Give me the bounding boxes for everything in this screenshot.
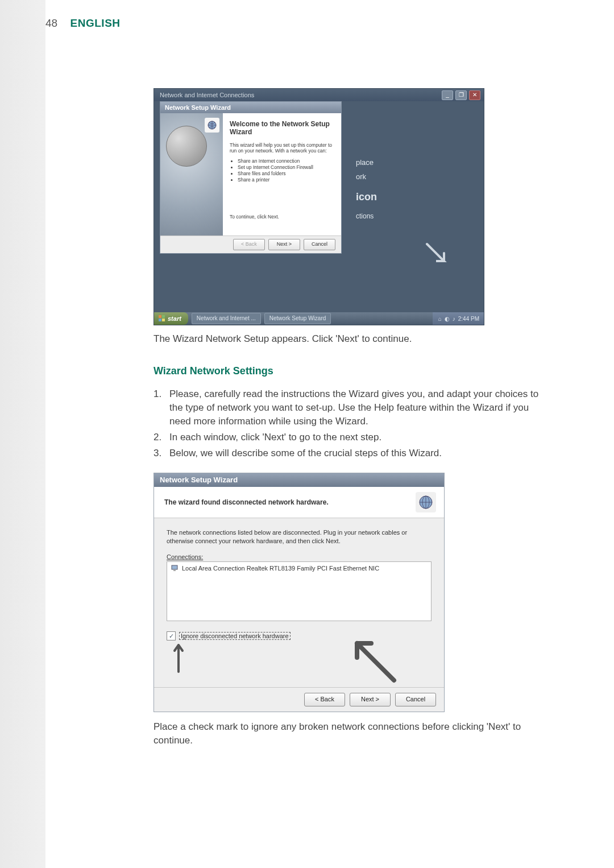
page-number: 48 (45, 17, 57, 30)
tray-icon: ◐ (445, 316, 450, 322)
list-item: 3. Below, we will describe some of the c… (154, 447, 551, 460)
ignore-checkbox-label: Ignore disconnected network hardware (179, 632, 291, 640)
caption-2: Place a check mark to ignore any broken … (154, 720, 551, 747)
list-text: Please, carefully read the instructions … (169, 387, 551, 428)
section-heading: Wizard Network Settings (154, 365, 551, 377)
wizard-bullet: Set up Internet Connection Firewall (238, 164, 334, 170)
caption-1: The Wizard Network Setup appears. Click … (154, 332, 551, 346)
list-number: 1. (154, 387, 169, 428)
taskbar-item[interactable]: Network and Internet ... (192, 313, 261, 324)
connection-text: Local Area Connection Realtek RTL8139 Fa… (182, 565, 379, 572)
list-number: 2. (154, 431, 169, 444)
cancel-button[interactable]: Cancel (304, 239, 335, 250)
connection-item[interactable]: Local Area Connection Realtek RTL8139 Fa… (171, 564, 428, 572)
svg-rect-3 (159, 319, 161, 321)
wizard2-heading: The wizard found disconnected network ha… (164, 498, 329, 506)
ignore-checkbox[interactable] (167, 631, 176, 640)
tray-icon: ⌂ (438, 316, 442, 322)
bg-label-icon: icon (356, 191, 484, 203)
wizard-bullet: Share an Internet connection (238, 158, 334, 164)
wizard-bullet: Share files and folders (238, 171, 334, 176)
taskbar-item[interactable]: Network Setup Wizard (264, 313, 331, 324)
connections-label: Connections: (167, 553, 432, 560)
svg-rect-1 (159, 315, 161, 318)
wizard-text-area: Welcome to the Network Setup Wizard This… (223, 113, 341, 235)
wizard2-titlebar: Network Setup Wizard (154, 473, 444, 487)
minimize-button[interactable]: _ (442, 90, 453, 100)
connections-listbox[interactable]: Local Area Connection Realtek RTL8139 Fa… (167, 561, 432, 621)
page: 48 ENGLISH Network and Internet Connecti… (0, 0, 614, 868)
start-label: start (168, 315, 181, 322)
list-item: 2. In each window, click 'Next' to go to… (154, 431, 551, 444)
wizard2-button-row: < Back Next > Cancel (154, 687, 444, 712)
wizard2-body: The network connections listed below are… (154, 518, 444, 687)
wizard-welcome-title: Welcome to the Network Setup Wizard (230, 120, 334, 137)
system-tray: ⌂ ◐ ♪ 2:44 PM (433, 312, 484, 325)
svg-rect-8 (173, 569, 176, 571)
list-number: 3. (154, 447, 169, 460)
wizard-body: Welcome to the Network Setup Wizard This… (160, 113, 341, 235)
back-button[interactable]: < Back (304, 693, 345, 706)
start-button[interactable]: start (154, 312, 188, 325)
annotation-arrows (167, 640, 432, 680)
bg-label-1: place (356, 158, 484, 167)
back-button[interactable]: < Back (233, 239, 265, 250)
content: Network and Internet Connections _ ❐ ✕ p… (154, 88, 551, 747)
arrow-icon (421, 238, 455, 272)
list-text: Below, we will describe some of the cruc… (169, 447, 442, 460)
bg-label-2: ork (356, 172, 484, 181)
window-buttons: _ ❐ ✕ (442, 89, 484, 101)
wizard2-header: The wizard found disconnected network ha… (154, 487, 444, 518)
bg-label-4: ctions (356, 212, 484, 220)
next-button[interactable]: Next > (350, 693, 391, 706)
svg-rect-2 (162, 315, 165, 318)
globe-art-icon (166, 126, 207, 167)
arrow-diag-icon (349, 635, 400, 686)
screenshot-network-connections: Network and Internet Connections _ ❐ ✕ p… (154, 88, 484, 325)
screenshot-wizard-step: Network Setup Wizard The wizard found di… (154, 473, 445, 712)
svg-rect-7 (172, 565, 177, 569)
window-titlebar: Network and Internet Connections _ ❐ ✕ (154, 89, 484, 101)
sidebar-accent (0, 0, 45, 868)
svg-rect-4 (162, 319, 165, 321)
wizard-dialog: Network Setup Wizard Welcome to the Netw… (160, 101, 342, 254)
list-item: 1. Please, carefully read the instructio… (154, 387, 551, 428)
wizard-button-row: < Back Next > Cancel (160, 235, 341, 253)
network-globe-icon (416, 492, 436, 512)
wizard-titlebar: Network Setup Wizard (160, 102, 341, 113)
lan-icon (171, 564, 179, 572)
network-globe-icon (205, 118, 219, 133)
numbered-list: 1. Please, carefully read the instructio… (154, 387, 551, 461)
tray-clock: 2:44 PM (458, 316, 479, 322)
wizard-intro-text: This wizard will help you set up this co… (230, 142, 334, 154)
close-button[interactable]: ✕ (469, 90, 480, 100)
wizard-sidebar-art (160, 113, 223, 235)
tray-icon: ♪ (453, 316, 455, 322)
taskbar: start Network and Internet ... Network S… (154, 312, 484, 325)
windows-logo-icon (159, 315, 165, 322)
page-header: 48 ENGLISH (45, 17, 121, 30)
wizard-continue-text: To continue, click Next. (230, 214, 334, 220)
maximize-button[interactable]: ❐ (455, 90, 467, 100)
wizard-bullet: Share a printer (238, 177, 334, 183)
list-text: In each window, click 'Next' to go to th… (169, 431, 381, 444)
cancel-button[interactable]: Cancel (395, 693, 436, 706)
wizard2-description: The network connections listed below are… (167, 528, 432, 545)
window-title: Network and Internet Connections (160, 89, 254, 101)
next-button[interactable]: Next > (268, 239, 300, 250)
background-labels: place ork icon ctions (347, 101, 484, 312)
arrow-up-icon (170, 640, 187, 675)
wizard-bullet-list: Share an Internet connection Set up Inte… (230, 158, 334, 183)
page-title: ENGLISH (70, 17, 121, 30)
